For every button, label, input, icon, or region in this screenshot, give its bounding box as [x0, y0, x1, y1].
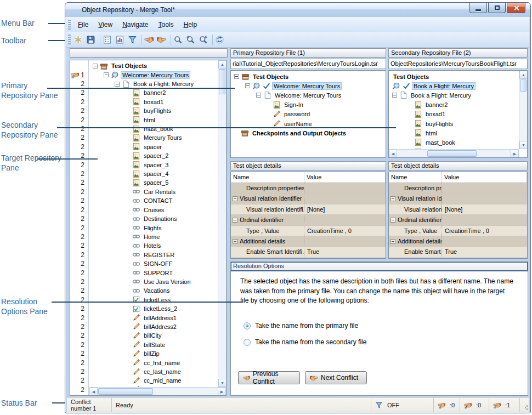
tree-node-label[interactable]: banner2	[143, 89, 167, 96]
tree-row[interactable]: Test Objects	[89, 61, 218, 70]
tree-node-label[interactable]: Book a Flight: Mercury	[412, 83, 475, 89]
tree-node-label[interactable]: Test Objects	[110, 62, 148, 69]
tree-row[interactable]: REGISTER	[89, 251, 218, 259]
report-button[interactable]	[102, 33, 115, 46]
tree-row[interactable]: cc_frst_name	[89, 358, 218, 367]
tree-node-label[interactable]: userName	[283, 121, 313, 127]
collapse-minus-icon[interactable]	[390, 218, 395, 223]
target-tree-vertical-scrollbar[interactable]: ▲ ▼	[218, 60, 226, 387]
tree-row[interactable]: Welcome: Mercury Tours	[89, 70, 218, 79]
tree-row[interactable]: boxad1	[89, 98, 218, 106]
details-row[interactable]: Enable Smart Identifi...True	[231, 247, 386, 257]
tree-node-label[interactable]: Flights	[143, 225, 162, 231]
tree-node-label[interactable]: billAddress2	[143, 323, 178, 330]
menu-view[interactable]: View	[93, 19, 117, 31]
collapse-minus-icon[interactable]	[233, 239, 237, 244]
tree-node-label[interactable]: CONTACT	[143, 197, 173, 204]
next-conflict-button[interactable]: Next Conflict	[305, 371, 367, 384]
menu-navigate[interactable]: Navigate	[117, 19, 153, 31]
radio-take-secondary[interactable]: Take the name from the secondary file	[239, 338, 366, 346]
tree-row[interactable]: Home	[89, 232, 218, 241]
tree-node-label[interactable]: ticketLess_2	[143, 305, 178, 312]
save-button[interactable]	[86, 33, 98, 46]
tree-node-label[interactable]: Sign-In	[283, 101, 304, 108]
title-bar[interactable]: Object Repository - Merge Tool*	[65, 3, 530, 17]
tree-row[interactable]: SIGN-OFF	[89, 259, 218, 268]
tree-row[interactable]: ticketLess	[89, 295, 218, 304]
filter-button[interactable]	[127, 33, 140, 46]
tree-row[interactable]: banner2	[89, 88, 218, 97]
tree-node-label[interactable]: Hotels	[143, 242, 162, 249]
tree-row[interactable]: mast_book	[89, 124, 218, 133]
tree-node-label[interactable]: Vacations	[143, 287, 171, 294]
tree-row[interactable]: mast_book	[389, 138, 519, 147]
expander-minus-icon[interactable]	[392, 93, 397, 98]
tree-row[interactable]: Book a Flight: Mercury	[89, 79, 218, 88]
tree-node-label[interactable]: spacer_4	[143, 170, 169, 177]
tree-row[interactable]: Checkpoints and Output Objects	[231, 128, 386, 138]
tree-node-label[interactable]: spacer	[143, 144, 163, 150]
tree-row[interactable]: Cruises	[89, 206, 218, 214]
tree-node-label[interactable]: Book a Flight: Mercury	[132, 81, 195, 87]
tree-node-label[interactable]: billCity	[143, 332, 162, 339]
tree-node-label[interactable]: cc_frst_name	[143, 360, 181, 366]
secondary-tree-vertical-scrollbar[interactable]: ▲ ▼	[519, 71, 527, 149]
tree-row[interactable]: Destinations	[89, 214, 218, 223]
details-row[interactable]: Type , ValueCreationTime , 0	[231, 226, 386, 236]
details-row[interactable]: Ordinal identifier	[231, 215, 386, 225]
tree-node-label[interactable]: cc_mid_name	[143, 377, 182, 384]
tree-node-label[interactable]: Welcome: Mercury Tours	[274, 92, 342, 99]
tree-row[interactable]: Test Objects	[389, 72, 519, 81]
tree-row[interactable]: Use Java Version	[89, 277, 218, 286]
tree-node-label[interactable]: billZip	[143, 350, 161, 357]
scrollbar-thumb[interactable]	[427, 150, 477, 157]
expander-minus-icon[interactable]	[234, 74, 239, 79]
tree-node-label[interactable]: banner2	[425, 101, 449, 108]
tree-node-label[interactable]: Test Objects	[392, 73, 430, 80]
details-row[interactable]: Additional details	[231, 236, 386, 247]
tree-row[interactable]: Test Objects	[231, 72, 386, 81]
radio-button-icon[interactable]	[244, 322, 251, 329]
collapse-minus-icon[interactable]	[233, 196, 237, 201]
tree-node-label[interactable]: SIGN-OFF	[143, 260, 174, 267]
tree-node-label[interactable]: Welcome: Mercury Tours	[273, 83, 341, 89]
tree-node-label[interactable]: Test Objects	[252, 73, 290, 80]
menu-grip[interactable]	[68, 20, 71, 30]
tree-row[interactable]: spacer_3	[89, 160, 218, 169]
tree-node-label[interactable]: mast_book	[425, 139, 456, 146]
tree-row[interactable]: Hotels	[89, 241, 218, 250]
tree-row[interactable]: spacer	[89, 143, 218, 151]
expander-minus-icon[interactable]	[256, 93, 261, 98]
tree-node-label[interactable]: Home	[143, 234, 161, 240]
tree-row[interactable]: Welcome: Mercury Tours	[231, 90, 386, 100]
tree-node-label[interactable]: Mercury Tours	[143, 134, 183, 141]
tree-row[interactable]: ticketLess_2	[89, 304, 218, 313]
tree-row[interactable]: Book a Flight: Mercury	[389, 81, 519, 90]
tree-row[interactable]: billCity	[89, 331, 218, 340]
tree-row[interactable]: cc_mid_name	[89, 376, 218, 385]
tree-node-label[interactable]: buyFlights	[425, 121, 454, 127]
tree-node-label[interactable]: billState	[143, 342, 166, 348]
tree-row[interactable]: billState	[89, 340, 218, 349]
details-row[interactable]: Visual relation identifi...[None]	[231, 204, 386, 215]
next-conflict-hand-button[interactable]	[156, 33, 169, 46]
tree-node-label[interactable]: password	[283, 111, 311, 117]
tree-node-label[interactable]: SUPPORT	[143, 270, 174, 276]
previous-conflict-hand-button[interactable]	[144, 33, 156, 46]
tree-row[interactable]: banner2	[389, 100, 519, 110]
close-button[interactable]	[507, 3, 525, 13]
tree-node-label[interactable]: spacer_3	[143, 162, 169, 168]
tree-row[interactable]: billAddress1	[89, 313, 218, 322]
collapse-minus-icon[interactable]	[390, 196, 395, 201]
tree-node-label[interactable]: cc_last_name	[143, 368, 182, 375]
collapse-minus-icon[interactable]	[233, 218, 237, 223]
tree-row[interactable]: html	[89, 115, 218, 124]
toolbar-grip[interactable]	[68, 35, 71, 44]
tree-row[interactable]: SUPPORT	[89, 268, 218, 277]
details-row[interactable]: Description propert...	[389, 183, 527, 194]
menu-tools[interactable]: Tools	[154, 19, 179, 31]
tree-row[interactable]: password	[231, 110, 386, 119]
tree-row[interactable]: Sign-In	[231, 100, 386, 110]
tree-node-label[interactable]: boxad1	[143, 99, 165, 105]
details-row[interactable]: Additional details	[389, 236, 527, 247]
